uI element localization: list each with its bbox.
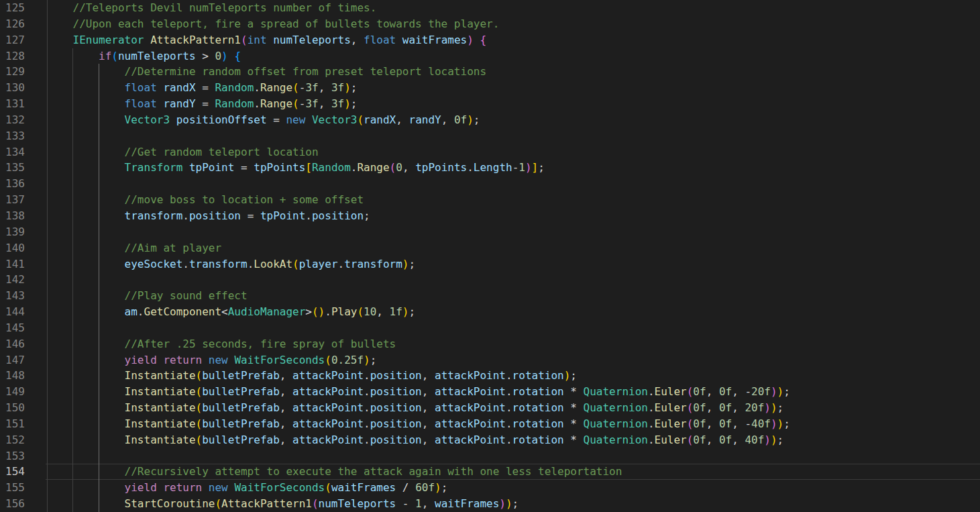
token-m: Range: [260, 81, 292, 94]
token-v: tpPoints: [415, 161, 467, 174]
token-p: ,: [422, 417, 435, 430]
code-line-content[interactable]: float randY = Random.Range(-3f, 3f);: [0, 96, 980, 112]
line-number: 137: [0, 192, 25, 208]
token-p: *: [564, 401, 584, 414]
token-p: =: [196, 97, 215, 110]
code-line-content[interactable]: Instantiate(bulletPrefab, attackPoint.po…: [0, 432, 980, 448]
code-line: 146 //After .25 seconds, fire spray of b…: [0, 336, 980, 352]
token-m: Euler: [655, 417, 687, 430]
token-v: transform: [344, 258, 402, 270]
token-v: tpPoint: [189, 161, 234, 174]
token-b1: ): [435, 481, 441, 494]
line-number: 134: [0, 144, 25, 160]
code-line-content[interactable]: IEnumerator AttackPattern1(int numTelepo…: [0, 32, 980, 48]
line-number: 125: [0, 0, 25, 16]
line-number: 132: [0, 112, 25, 128]
code-line-content[interactable]: //Teleports Devil numTeleports number of…: [0, 0, 980, 16]
code-line-content[interactable]: Instantiate(bulletPrefab, attackPoint.po…: [0, 416, 980, 432]
code-editor[interactable]: 125 //Teleports Devil numTeleports numbe…: [0, 0, 980, 512]
code-line-content[interactable]: transform.position = tpPoint.position;: [0, 208, 980, 224]
token-b1: ): [402, 305, 409, 318]
token-v: attackPoint: [292, 401, 364, 414]
token-v: rotation: [512, 401, 564, 414]
token-v: numTeleports: [273, 34, 351, 46]
code-line-content[interactable]: Instantiate(bulletPrefab, attackPoint.po…: [0, 368, 980, 384]
code-line-content[interactable]: //Aim at player: [0, 240, 980, 256]
line-number: 143: [0, 288, 25, 304]
code-line-content[interactable]: Instantiate(bulletPrefab, attackPoint.po…: [0, 384, 980, 400]
token-p: .: [364, 369, 370, 382]
token-p: [157, 81, 164, 94]
token-b1: (: [215, 497, 221, 510]
token-p: *: [564, 385, 584, 398]
token-p: ;: [570, 369, 577, 382]
token-ty: Random: [215, 81, 254, 94]
code-line-content[interactable]: //Upon each teleport, fire a spread of b…: [0, 16, 980, 32]
token-b1: [: [305, 161, 312, 174]
token-ty: Quaternion: [584, 401, 648, 414]
code-line-content[interactable]: //Determine random offset from preset te…: [0, 64, 980, 80]
code-line-content[interactable]: Vector3 positionOffset = new Vector3(ran…: [0, 112, 980, 128]
token-b2: ): [771, 417, 777, 430]
code-line-content[interactable]: am.GetComponent<AudioManager>().Play(10,…: [0, 304, 980, 320]
code-line-content[interactable]: yield return new WaitForSeconds(waitFram…: [0, 480, 980, 496]
code-line-content[interactable]: Instantiate(bulletPrefab, attackPoint.po…: [0, 400, 980, 416]
token-p: >: [305, 305, 312, 318]
code-line-content[interactable]: yield return new WaitForSeconds(0.25f);: [0, 352, 980, 368]
token-v: attackPoint: [435, 401, 506, 414]
token-p: >: [196, 50, 215, 62]
token-c: //Get random teleport location: [125, 146, 319, 158]
token-p: =: [196, 81, 215, 94]
token-p: ,: [422, 401, 435, 414]
code-line: 126 //Upon each teleport, fire a spread …: [0, 16, 980, 32]
token-p: .: [248, 258, 254, 270]
line-number: 142: [0, 272, 25, 288]
token-v: numTeleports: [118, 50, 196, 62]
token-v: randX: [364, 113, 396, 126]
code-line-content[interactable]: eyeSocket.transform.LookAt(player.transf…: [0, 256, 980, 272]
token-b3: (: [111, 50, 118, 62]
code-line-content[interactable]: //move boss to location + some offset: [0, 192, 980, 208]
token-m: Euler: [655, 433, 687, 446]
token-b1: (: [357, 113, 364, 126]
token-b1: (: [292, 81, 299, 94]
line-number: 128: [0, 48, 25, 64]
code-line-content[interactable]: //Play sound effect: [0, 288, 980, 304]
token-b1: ): [319, 305, 325, 318]
token-b2: (: [687, 385, 694, 398]
code-line: 135 Transform tpPoint = tpPoints[Random.…: [0, 160, 980, 176]
code-line-content[interactable]: float randX = Random.Range(-3f, 3f);: [0, 80, 980, 96]
token-ct: return: [163, 481, 202, 494]
code-line-content[interactable]: Transform tpPoint = tpPoints[Random.Rang…: [0, 160, 980, 176]
code-line-content[interactable]: if(numTeleports > 0) {: [0, 48, 980, 64]
token-p: =: [234, 161, 254, 174]
token-p: ,: [351, 34, 364, 46]
token-ct: yield: [125, 481, 157, 494]
token-p: .: [364, 433, 370, 446]
token-v: bulletPrefab: [202, 385, 280, 398]
token-p: .: [182, 209, 189, 222]
token-p: ,: [706, 433, 719, 446]
token-nu: 3f: [305, 97, 318, 110]
token-p: ,: [441, 113, 454, 126]
code-line-content[interactable]: //Recursively attempt to execute the att…: [0, 464, 980, 480]
token-p: .: [138, 305, 144, 318]
token-p: [228, 481, 235, 494]
token-p: ;: [441, 481, 448, 494]
token-p: ,: [732, 433, 745, 446]
token-p: -: [512, 161, 519, 174]
token-b1: (: [196, 401, 203, 414]
code-line-content[interactable]: //After .25 seconds, fire spray of bulle…: [0, 336, 980, 352]
token-ty: Random: [312, 161, 351, 174]
token-b1: (: [325, 354, 331, 366]
code-line: 130 float randX = Random.Range(-3f, 3f);: [0, 80, 980, 96]
code-line: 147 yield return new WaitForSeconds(0.25…: [0, 352, 980, 368]
token-nu: 40f: [751, 417, 771, 430]
token-v: positionOffset: [176, 113, 267, 126]
code-line: 153: [0, 448, 980, 464]
token-b1: (: [196, 433, 203, 446]
token-v: rotation: [512, 369, 564, 382]
code-line-content[interactable]: StartCoroutine(AttackPattern1(numTelepor…: [0, 496, 980, 512]
code-line-content[interactable]: //Get random teleport location: [0, 144, 980, 160]
token-nu: 1f: [390, 305, 402, 318]
